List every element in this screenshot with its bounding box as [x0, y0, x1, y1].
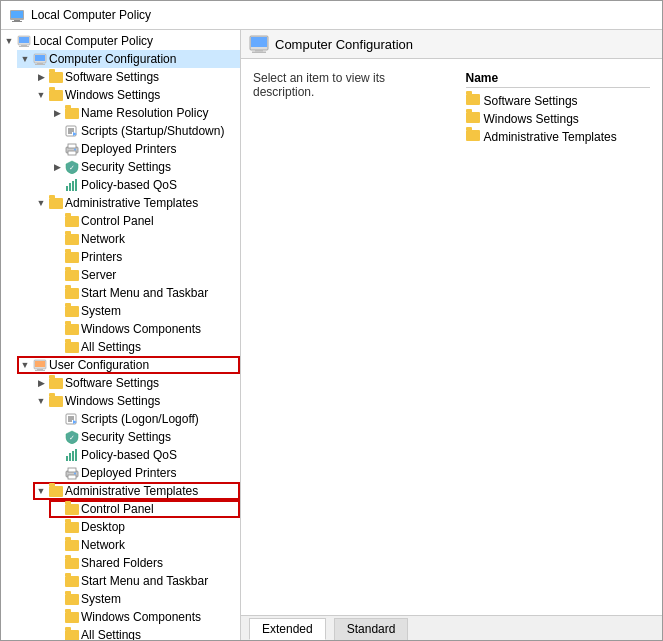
- tree-row-cc-admin[interactable]: ▼ Administrative Templates: [33, 194, 240, 212]
- cc-all-settings-label: All Settings: [81, 340, 141, 354]
- tab-extended[interactable]: Extended: [249, 618, 326, 640]
- toggle-user-config[interactable]: ▼: [19, 359, 31, 371]
- right-pane-header-icon: [249, 34, 269, 54]
- uc-win-components-label: Windows Components: [81, 610, 201, 624]
- tree-row-deployed-printers[interactable]: Deployed Printers: [49, 140, 240, 158]
- list-item[interactable]: Administrative Templates: [466, 128, 651, 146]
- tree-row-cc-printers[interactable]: Printers: [49, 248, 240, 266]
- title-bar-icon: [9, 7, 25, 23]
- uc-desktop-icon: [65, 520, 79, 534]
- svg-rect-38: [72, 451, 74, 461]
- local-policy-icon: [17, 34, 31, 48]
- tree-row-uc-security[interactable]: ✓ Security Settings: [49, 428, 240, 446]
- toggle-root[interactable]: ▼: [3, 35, 15, 47]
- list-item[interactable]: Software Settings: [466, 92, 651, 110]
- cc-server-label: Server: [81, 268, 116, 282]
- tree-row-uc-start-menu[interactable]: Start Menu and Taskbar: [49, 572, 240, 590]
- bottom-tabs: Extended Standard: [241, 615, 662, 640]
- tree-row-uc-shared-folders[interactable]: Shared Folders: [49, 554, 240, 572]
- tree-row-scripts-startup[interactable]: Scripts (Startup/Shutdown): [49, 122, 240, 140]
- toggle-cc-software[interactable]: ▶: [35, 71, 47, 83]
- tree-row-cc-network[interactable]: Network: [49, 230, 240, 248]
- tree-item-uc-deployed-printers: Deployed Printers: [49, 464, 240, 482]
- toggle-uc-software[interactable]: ▶: [35, 377, 47, 389]
- list-item[interactable]: Windows Settings: [466, 110, 651, 128]
- uc-qos-icon: [65, 448, 79, 462]
- tree-root: ▼ Local Computer Policy: [1, 32, 240, 640]
- description-text: Select an item to view its description.: [253, 71, 385, 99]
- user-config-label: User Configuration: [49, 358, 149, 372]
- tree-item-uc-control: Control Panel: [49, 500, 240, 518]
- items-header: Name: [466, 71, 651, 88]
- uc-all-settings-icon: [65, 628, 79, 640]
- scripts-startup-label: Scripts (Startup/Shutdown): [81, 124, 224, 138]
- tree-row-uc-system[interactable]: System: [49, 590, 240, 608]
- tree-row-cc-start-menu[interactable]: Start Menu and Taskbar: [49, 284, 240, 302]
- subtree-uc-windows: Scripts (Logon/Logoff): [33, 410, 240, 482]
- tree-item-uc-windows: ▼ Windows Settings: [33, 392, 240, 482]
- uc-shared-folders-icon: [65, 556, 79, 570]
- uc-software-label: Software Settings: [65, 376, 159, 390]
- svg-rect-36: [66, 456, 68, 461]
- tree-item-uc-admin: ▼ Administrative Templates: [33, 482, 240, 640]
- cc-windows-label: Windows Settings: [65, 88, 160, 102]
- cc-control-icon: [65, 214, 79, 228]
- tree-item-uc-network: Network: [49, 536, 240, 554]
- right-pane-title: Computer Configuration: [275, 37, 413, 52]
- tree-row-cc-server[interactable]: Server: [49, 266, 240, 284]
- svg-rect-46: [255, 50, 263, 52]
- toggle-cc-windows[interactable]: ▼: [35, 89, 47, 101]
- cc-win-components-label: Windows Components: [81, 322, 201, 336]
- tree-row-cc-software[interactable]: ▶ Software Settings: [33, 68, 240, 86]
- svg-rect-27: [35, 361, 45, 367]
- computer-config-icon: [33, 52, 47, 66]
- toggle-computer-config[interactable]: ▼: [19, 53, 31, 65]
- tree-row-uc-win-components[interactable]: Windows Components: [49, 608, 240, 626]
- item-label-2: Administrative Templates: [484, 130, 617, 144]
- tree-item-uc-security: ✓ Security Settings: [49, 428, 240, 446]
- tree-row-uc-all-settings[interactable]: All Settings: [49, 626, 240, 640]
- description-area: Select an item to view its description.: [249, 67, 442, 337]
- svg-rect-37: [69, 453, 71, 461]
- tree-row-cc-windows[interactable]: ▼ Windows Settings: [33, 86, 240, 104]
- tree-row-uc-deployed-printers[interactable]: Deployed Printers: [49, 464, 240, 482]
- tree-row-root[interactable]: ▼ Local Computer Policy: [1, 32, 240, 50]
- cc-software-folder-icon: [49, 70, 63, 84]
- svg-rect-6: [21, 45, 27, 46]
- tree-row-uc-qos[interactable]: Policy-based QoS: [49, 446, 240, 464]
- user-config-icon: [33, 358, 47, 372]
- tree-item-cc-windows: ▼ Windows Settings: [33, 86, 240, 194]
- tree-row-uc-control[interactable]: Control Panel: [49, 500, 240, 518]
- tree-row-name-resolution[interactable]: ▶ Name Resolution Policy: [49, 104, 240, 122]
- tree-row-uc-admin[interactable]: ▼ Administrative Templates: [33, 482, 240, 500]
- item-label-0: Software Settings: [484, 94, 578, 108]
- item-label-1: Windows Settings: [484, 112, 579, 126]
- tree-row-cc-control[interactable]: Control Panel: [49, 212, 240, 230]
- tree-row-computer-config[interactable]: ▼ Computer Configuration: [17, 50, 240, 68]
- toggle-cc-admin[interactable]: ▼: [35, 197, 47, 209]
- svg-rect-2: [14, 20, 20, 21]
- items-area: Name Software Settings Windows Settings: [462, 67, 655, 337]
- tree-item-scripts-startup: Scripts (Startup/Shutdown): [49, 122, 240, 140]
- tree-row-cc-all-settings[interactable]: All Settings: [49, 338, 240, 356]
- tree-row-uc-software[interactable]: ▶ Software Settings: [33, 374, 240, 392]
- tree-row-uc-network[interactable]: Network: [49, 536, 240, 554]
- toggle-uc-windows[interactable]: ▼: [35, 395, 47, 407]
- tree-row-uc-windows[interactable]: ▼ Windows Settings: [33, 392, 240, 410]
- tab-standard[interactable]: Standard: [334, 618, 409, 640]
- cc-all-settings-icon: [65, 340, 79, 354]
- uc-start-menu-label: Start Menu and Taskbar: [81, 574, 208, 588]
- tree-row-scripts-logon[interactable]: Scripts (Logon/Logoff): [49, 410, 240, 428]
- toggle-cc-security[interactable]: ▶: [51, 161, 63, 173]
- toggle-uc-admin[interactable]: ▼: [35, 485, 47, 497]
- svg-rect-22: [66, 186, 68, 191]
- tree-row-cc-system[interactable]: System: [49, 302, 240, 320]
- toggle-name-resolution[interactable]: ▶: [51, 107, 63, 119]
- tree-row-uc-desktop[interactable]: Desktop: [49, 518, 240, 536]
- tree-row-cc-security[interactable]: ▶ ✓ Security Se: [49, 158, 240, 176]
- left-pane[interactable]: ▼ Local Computer Policy: [1, 30, 241, 640]
- uc-admin-label: Administrative Templates: [65, 484, 198, 498]
- tree-row-user-config[interactable]: ▼ User Configuration: [17, 356, 240, 374]
- tree-row-cc-qos[interactable]: Policy-based QoS: [49, 176, 240, 194]
- tree-row-cc-win-components[interactable]: Windows Components: [49, 320, 240, 338]
